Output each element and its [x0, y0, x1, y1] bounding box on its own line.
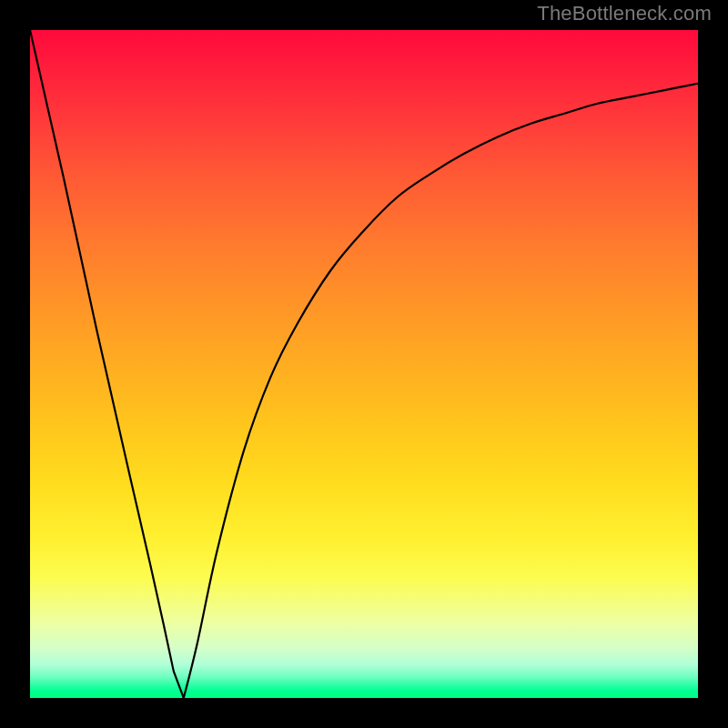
- plot-area: [30, 30, 698, 698]
- chart-frame: TheBottleneck.com: [0, 0, 728, 728]
- watermark-text: TheBottleneck.com: [537, 2, 712, 25]
- bottleneck-curve: [30, 30, 698, 698]
